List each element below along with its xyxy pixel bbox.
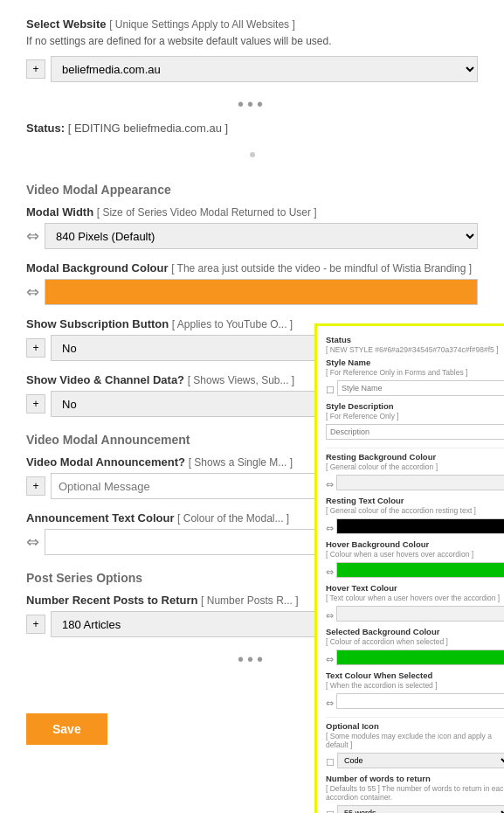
num-posts-label: Number Recent Posts to Return	[26, 594, 197, 607]
modal-bg-colour-hint: [ The area just outside the video - be m…	[171, 262, 472, 274]
announcement-label: Video Modal Announcement?	[26, 455, 185, 469]
overlay-num-words-select[interactable]: 55 words	[337, 805, 504, 813]
modal-width-icon: ⇔	[26, 226, 39, 246]
status-value: [ EDITING beliefmedia.com.au ]	[68, 122, 229, 135]
modal-width-label: Modal Width	[26, 205, 93, 219]
overlay-selected-bg-icon: ⇔	[326, 654, 334, 665]
overlay-num-words-icon: ☐	[326, 810, 335, 814]
overlay-hover-text-input[interactable]: F1F1F1	[336, 606, 504, 622]
show-sub-hint: [ Applies to YouTube O... ]	[172, 318, 293, 330]
overlay-style-name-label: Style Name	[326, 358, 504, 367]
overlay-selected-bg-label: Selected Background Colour	[326, 627, 504, 636]
num-posts-hint: [ Number Posts R... ]	[201, 594, 298, 607]
show-sub-add-button[interactable]: +	[26, 338, 45, 358]
modal-bg-colour-label: Modal Background Colour	[26, 261, 169, 274]
announcement-colour-icon: ⇔	[26, 532, 39, 552]
overlay-hover-bg-label: Hover Background Colour	[326, 539, 504, 549]
status-label: Status:	[26, 122, 65, 135]
announcement-hint: [ Shows a Single M... ]	[189, 456, 293, 469]
overlay-resting-text-label: Resting Text Colour	[326, 496, 504, 505]
overlay-status-label: Status	[326, 335, 504, 344]
overlay-style-desc-label: Style Description	[326, 401, 504, 411]
overlay-resting-bg-input[interactable]: F1F1F1	[336, 475, 504, 490]
overlay-optional-icon-label: Optional Icon	[326, 721, 504, 731]
overlay-selected-bg-hint: [ Colour of accordion when selected ]	[326, 637, 504, 646]
overlay-status-hint: [ NEW STYLE #6#6#a29#34545#70a374c#f#98#…	[326, 345, 504, 354]
overlay-resting-text-icon: ⇔	[326, 523, 334, 534]
overlay-sep-2	[326, 717, 504, 718]
overlay-hover-text-label: Hover Text Colour	[326, 583, 504, 593]
overlay-resting-bg-label: Resting Background Colour	[326, 452, 504, 462]
website-select[interactable]: beliefmedia.com.au	[51, 56, 478, 82]
announcement-add-button[interactable]: +	[26, 476, 45, 496]
overlay-hover-bg-hint: [ Colour when a user hovers over accordi…	[326, 550, 504, 559]
overlay-hover-text-hint: [ Text colour when a user hovers over th…	[326, 594, 504, 602]
overlay-selected-text-label: Text Colour When Selected	[326, 671, 504, 680]
dot-separator-1: •••	[26, 94, 478, 115]
announcement-colour-label: Announcement Text Colour	[26, 511, 174, 525]
overlay-resting-bg-icon: ⇔	[326, 479, 334, 490]
overlay-sep-1	[326, 448, 504, 448]
overlay-num-words-label: Number of words to return	[326, 774, 504, 783]
overlay-selected-bg-input[interactable]: 00C000	[336, 650, 504, 665]
overlay-num-words-hint: [ Defaults to 55 ] The number of words t…	[326, 784, 504, 802]
overlay-style-name-icon: ☐	[326, 385, 335, 396]
section-appearance-heading: Video Modal Appearance	[26, 183, 478, 197]
overlay-style-name-hint: [ For Reference Only in Forms and Tables…	[326, 368, 504, 377]
num-posts-add-button[interactable]: +	[26, 615, 45, 634]
modal-width-hint: [ Size of Series Video Modal Returned to…	[97, 206, 317, 219]
overlay-optional-icon-hint: [ Some modules may exclude the icon and …	[326, 732, 504, 749]
overlay-optional-icon-select[interactable]: Code	[337, 753, 504, 768]
overlay-hover-text-icon: ⇔	[326, 610, 334, 622]
select-website-label: Select Website	[26, 17, 107, 31]
modal-bg-colour-input[interactable]: F7941D	[45, 279, 478, 305]
overlay-selected-text-icon: ⇔	[326, 698, 334, 709]
overlay-resting-bg-hint: [ General colour of the accordion ]	[326, 462, 504, 471]
overlay-resting-text-input[interactable]: 000000	[336, 518, 504, 534]
show-sub-label: Show Subscription Button	[26, 317, 169, 330]
overlay-selected-text-hint: [ When the accordion is selected ]	[326, 681, 504, 690]
overlay-hover-bg-icon: ⇔	[326, 566, 334, 578]
overlay-selected-text-input[interactable]: FFFFFF	[336, 693, 504, 709]
overlay-optional-icon-icon: ☐	[326, 757, 335, 768]
overlay-style-name-input[interactable]	[337, 380, 504, 396]
modal-width-select[interactable]: 840 Pixels (Default)	[45, 223, 478, 249]
announcement-colour-hint: [ Colour of the Modal... ]	[177, 512, 289, 525]
overlay-resting-text-hint: [ General colour of the accordion restin…	[326, 506, 504, 515]
select-website-subtitle: If no settings are defined for a website…	[26, 35, 478, 47]
show-video-hint: [ Shows Views, Sub... ]	[188, 374, 295, 386]
modal-bg-colour-icon: ⇔	[26, 282, 39, 302]
overlay-style-desc-hint: [ For Reference Only ]	[326, 412, 504, 420]
add-website-button[interactable]: +	[26, 59, 45, 79]
center-dot	[250, 152, 255, 157]
overlay-panel: Status [ NEW STYLE #6#6#a29#34545#70a374…	[314, 323, 504, 813]
show-video-add-button[interactable]: +	[26, 394, 45, 413]
overlay-hover-bg-input[interactable]: 00C000	[336, 562, 504, 578]
overlay-style-desc-input[interactable]	[326, 424, 504, 440]
save-button[interactable]: Save	[26, 713, 107, 745]
show-video-label: Show Video & Channel Data?	[26, 373, 184, 386]
select-website-hint: [ Unique Settings Apply to All Websites …	[109, 18, 295, 31]
